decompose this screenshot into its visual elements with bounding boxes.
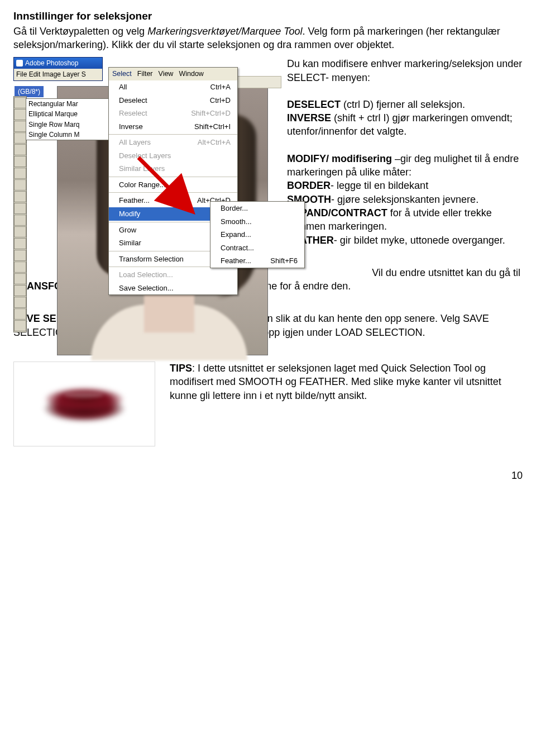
submenu-item: Expand... <box>210 228 304 241</box>
tool-icon <box>14 226 26 237</box>
intro-text-before: Gå til Verktøypaletten og velg <box>13 26 147 37</box>
page-number: 10 <box>13 469 523 482</box>
app-logo-icon <box>16 60 23 66</box>
intro-italic: Markeringsverktøyet/Marquee Tool <box>147 26 302 37</box>
inverse-label: INVERSE <box>287 112 331 123</box>
tool-icon <box>14 297 26 308</box>
submenu-item: Feather...Shift+F6 <box>210 254 304 268</box>
tool-icon <box>14 109 26 120</box>
tips-label: TIPS <box>170 363 192 374</box>
tips-body: : I dette utsnittet er seleksjonen laget… <box>170 363 501 401</box>
tool-icon <box>14 156 26 167</box>
tool-icon <box>14 273 26 284</box>
menu-item: All LayersAlt+Ctrl+A <box>109 136 237 149</box>
menu-item: ReselectShift+Ctrl+D <box>109 107 237 120</box>
menu-item: Save Selection... <box>109 282 237 295</box>
tool-icon <box>14 238 26 249</box>
submenu-item: Contract... <box>210 241 304 255</box>
tips-row: TIPS: I dette utsnittet er seleksjonen l… <box>13 362 523 446</box>
menu-item: Similar Layers <box>109 162 237 175</box>
modify-submenu: Border...Smooth...Expand...Contract...Fe… <box>210 201 305 268</box>
menu-strip: SelectFilterViewWindow <box>109 68 237 80</box>
menu-strip-filter: Filter <box>137 70 153 78</box>
tool-icon <box>14 168 26 179</box>
tool-icon <box>14 215 26 226</box>
titlebar: Adobe Photoshop <box>14 58 102 69</box>
side-p2: DESELECT (ctrl D) fjerner all seleksjon.… <box>287 98 523 139</box>
border-text: - legge til en bildekant <box>331 180 428 191</box>
tool-icon <box>14 285 26 296</box>
modify-label: MODIFY/ modifisering <box>287 153 392 164</box>
tips-text: TIPS: I dette utsnittet er seleksjonen l… <box>170 362 523 402</box>
flyout-item: Rectangular Mar <box>26 99 110 109</box>
tool-icon <box>14 121 26 132</box>
flyout-item: Elliptical Marque <box>26 109 110 119</box>
menu-item: Deselect Layers <box>109 149 237 163</box>
menu-item: Load Selection... <box>109 268 237 282</box>
tool-icon <box>14 250 26 261</box>
flyout-item: Single Column M <box>26 130 110 140</box>
submenu-item: Border... <box>210 202 304 215</box>
tool-icon <box>14 97 26 108</box>
side-p1: Du kan modifisere enhver markering/selek… <box>287 57 523 84</box>
tool-icon <box>14 191 26 202</box>
tool-palette <box>13 96 27 332</box>
menu-strip-select: Select <box>112 70 132 78</box>
border-label: BORDER <box>287 180 331 191</box>
menu-strip-window: Window <box>179 70 203 78</box>
lips-figure <box>13 362 155 446</box>
app-title: Adobe Photoshop <box>25 59 78 68</box>
flyout-item: Single Row Marq <box>26 120 110 130</box>
tool-icon <box>14 308 26 320</box>
menu-strip-view: View <box>159 70 174 78</box>
submenu-item: Smooth... <box>210 215 304 229</box>
menu-item: Color Range... <box>109 178 237 192</box>
app-window: Adobe Photoshop File Edit Image Layer S <box>13 57 103 80</box>
tool-icon <box>14 203 26 214</box>
intro-paragraph: Gå til Verktøypaletten og velg Markering… <box>13 25 523 52</box>
deselect-label: DESELECT <box>287 99 341 110</box>
tool-icon <box>14 144 26 155</box>
menu-item: InverseShift+Ctrl+I <box>109 120 237 134</box>
smooth-text: - gjøre seleksjonskanten jevnere. <box>331 194 478 205</box>
section-heading: Innstillinger for seleksjoner <box>13 9 523 23</box>
tool-icon <box>14 261 26 273</box>
side-explanation: Du kan modifisere enhver markering/selek… <box>287 57 523 260</box>
menubar-left: File Edit Image Layer S <box>14 69 102 80</box>
menu-item: AllCtrl+A <box>109 80 237 94</box>
marquee-tool-flyout: Rectangular Mar Elliptical Marque Single… <box>26 98 111 140</box>
tool-icon <box>14 179 26 191</box>
tool-icon <box>14 320 26 331</box>
tool-icon <box>14 132 26 144</box>
side-p3: MODIFY/ modifisering –gir deg mulighet t… <box>287 152 523 247</box>
menu-item: DeselectCtrl+D <box>109 94 237 107</box>
feather-text: - gir bildet myke, uttonede overganger. <box>334 235 505 246</box>
deselect-text: (ctrl D) fjerner all seleksjon. <box>341 99 465 110</box>
